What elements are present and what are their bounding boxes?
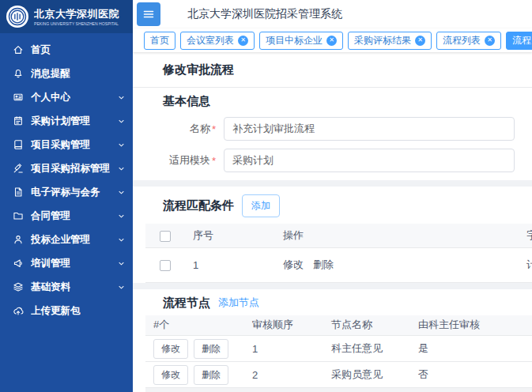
match-conditions-table: 序号操作字1修改删除计 <box>145 224 532 283</box>
sidebar-item-label: 电子评标与会务 <box>31 186 100 199</box>
sidebar-item-home[interactable]: 首页 <box>0 38 133 62</box>
sidebar-item-label: 培训管理 <box>31 257 70 270</box>
topbar: 北京大学深圳医院招采管理系统 <box>133 0 532 28</box>
row-extra: 计 <box>519 247 532 282</box>
modify-button[interactable]: 修改 <box>153 339 188 359</box>
tab-process[interactable]: 流程✕ <box>506 32 532 50</box>
logo-subtitle: PEKING UNIVERSITY SHENZHEN HOSPITAL <box>34 21 112 25</box>
contract-icon <box>13 210 24 221</box>
column-header: 操作 <box>275 224 519 247</box>
table-header-row: 序号操作字 <box>145 224 532 247</box>
sidebar-item-bidder-companies[interactable]: 投标企业管理 <box>0 228 133 251</box>
sidebar-item-contract[interactable]: 合同管理 <box>0 204 133 228</box>
sidebar-item-label: 个人中心 <box>31 91 70 104</box>
add-node-link[interactable]: 添加节点 <box>218 296 259 310</box>
sidebar-item-label: 投标企业管理 <box>31 233 90 247</box>
name-input[interactable] <box>224 117 515 141</box>
tab-home[interactable]: 首页 <box>144 32 175 50</box>
column-header: 审核顺序 <box>244 315 323 336</box>
page-title: 修改审批流程 <box>163 62 519 77</box>
sidebar-item-label: 首页 <box>31 43 51 57</box>
required-mark: * <box>212 123 216 135</box>
field-label: 适用模块 <box>163 153 210 168</box>
sidebar-item-messages[interactable]: 消息提醒 <box>0 62 133 85</box>
tab-close-icon[interactable]: ✕ <box>238 36 248 46</box>
delete-button[interactable]: 删除 <box>194 365 228 385</box>
chevron-down-icon <box>118 260 125 267</box>
match-conditions-header: 流程匹配条件 添加 <box>133 187 532 224</box>
sidebar-item-evaluation[interactable]: 电子评标与会务 <box>0 180 133 204</box>
content: 修改审批流程 基本信息 名称*适用模块* 流程匹配条件 添加 序号操作字1修改删… <box>133 52 532 392</box>
hospital-logo: 北京大学深圳医院 PEKING UNIVERSITY SHENZHEN HOSP… <box>0 0 133 33</box>
sidebar-item-basic-data[interactable]: 基础资料 <box>0 275 133 299</box>
table-row: 修改删除1科主任意见是 <box>145 336 532 362</box>
tab-process-list[interactable]: 流程列表✕ <box>436 32 501 50</box>
tab-close-icon[interactable]: ✕ <box>415 36 425 46</box>
node-order: 1 <box>244 336 323 362</box>
tab-label: 流程 <box>512 34 531 47</box>
column-header: 由科主任审核 <box>410 315 532 336</box>
column-header: 序号 <box>185 224 275 247</box>
purchase-plan-icon <box>13 115 24 126</box>
sidebar-item-label: 上传更新包 <box>31 304 81 318</box>
chevron-down-icon <box>118 165 125 172</box>
column-header: #个 <box>145 315 244 336</box>
select-all-checkbox[interactable] <box>160 231 171 242</box>
add-condition-button[interactable]: 添加 <box>242 194 280 217</box>
sidebar-item-label: 基础资料 <box>31 281 70 294</box>
tab-close-icon[interactable]: ✕ <box>485 36 495 46</box>
sidebar-item-label: 项目采购管理 <box>31 138 90 152</box>
flow-nodes-header: 流程节点 添加节点 <box>133 289 532 315</box>
table-header-row: #个审核顺序节点名称由科主任审核 <box>145 315 532 336</box>
page-title-wrap: 修改审批流程 <box>133 52 532 88</box>
modify-button[interactable]: 修改 <box>153 365 188 385</box>
partial-table-row <box>145 388 532 392</box>
sidebar-item-project-purchase[interactable]: 项目采购管理 <box>0 133 133 156</box>
tab-meeting-rooms[interactable]: 会议室列表✕ <box>180 32 255 50</box>
sidebar-item-training[interactable]: 培训管理 <box>0 251 133 275</box>
column-header: 字 <box>519 224 532 247</box>
sidebar-item-profile[interactable]: 个人中心 <box>0 85 133 109</box>
basic-data-icon <box>13 281 24 292</box>
sidebar-item-label: 合同管理 <box>31 209 70 223</box>
modify-link[interactable]: 修改 <box>283 258 304 270</box>
hamburger-menu-button[interactable] <box>137 2 160 26</box>
bidding-icon <box>13 163 24 174</box>
director-review: 是 <box>410 336 532 362</box>
table-row: 1修改删除计 <box>145 247 532 282</box>
chevron-down-icon <box>118 213 125 220</box>
section-divider <box>133 180 532 187</box>
chevron-down-icon <box>118 118 125 125</box>
basic-info-title: 基本信息 <box>133 92 532 117</box>
delete-link[interactable]: 删除 <box>313 258 334 270</box>
sidebar-menu: 首页消息提醒个人中心采购计划管理项目采购管理项目采购招标管理电子评标与会务合同管… <box>0 33 133 322</box>
tab-winning-companies[interactable]: 项目中标企业✕ <box>259 32 343 50</box>
training-icon <box>13 258 24 269</box>
match-conditions-section: 流程匹配条件 添加 序号操作字1修改删除计 <box>133 187 532 283</box>
flow-nodes-title: 流程节点 <box>163 296 210 311</box>
required-mark: * <box>212 155 216 167</box>
form-row-module: 适用模块* <box>163 149 532 172</box>
sidebar-item-purchase-plan[interactable]: 采购计划管理 <box>0 109 133 133</box>
logo-text: 北京大学深圳医院 PEKING UNIVERSITY SHENZHEN HOSP… <box>34 7 126 26</box>
form-row-name: 名称* <box>163 117 532 141</box>
row-checkbox[interactable] <box>160 260 171 271</box>
sidebar-item-label: 采购计划管理 <box>31 115 90 128</box>
upload-package-icon <box>13 305 24 316</box>
home-icon <box>13 44 24 55</box>
tab-label: 项目中标企业 <box>266 34 323 47</box>
tab-label: 会议室列表 <box>187 34 234 47</box>
main-area: 北京大学深圳医院招采管理系统 首页会议室列表✕项目中标企业✕采购评标结果✕流程列… <box>133 0 532 392</box>
sidebar-item-upload-package[interactable]: 上传更新包 <box>0 299 133 322</box>
evaluation-icon <box>13 187 24 198</box>
chevron-down-icon <box>118 94 125 101</box>
tab-close-icon[interactable]: ✕ <box>326 36 337 46</box>
flow-nodes-section: 流程节点 添加节点 #个审核顺序节点名称由科主任审核修改删除1科主任意见是修改删… <box>133 289 532 392</box>
module-input[interactable] <box>224 149 515 172</box>
node-name: 采购员意见 <box>323 362 410 388</box>
node-order: 2 <box>244 362 323 388</box>
sidebar-item-bidding[interactable]: 项目采购招标管理 <box>0 156 133 180</box>
tab-label: 流程列表 <box>443 34 481 47</box>
tab-evaluation-results[interactable]: 采购评标结果✕ <box>348 32 432 50</box>
delete-button[interactable]: 删除 <box>194 339 228 359</box>
